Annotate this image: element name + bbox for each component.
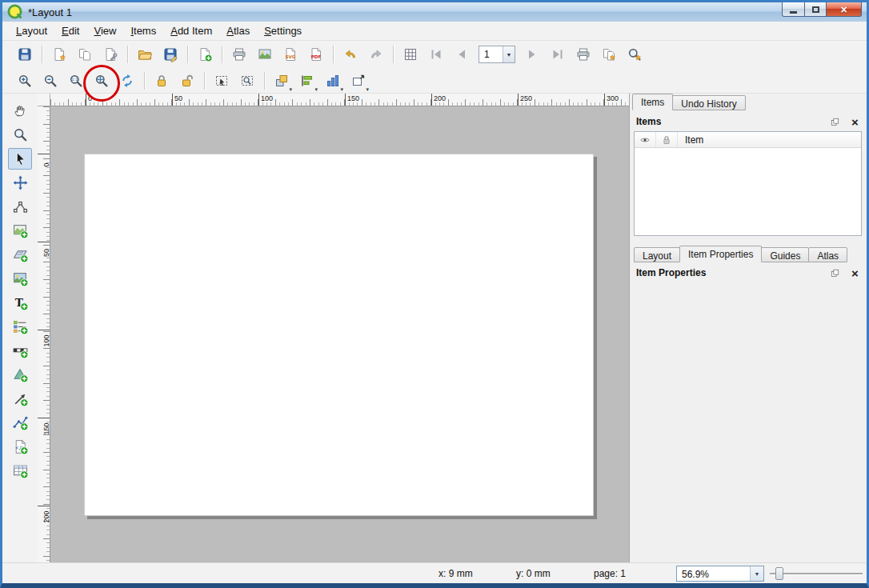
items-list[interactable]: Item xyxy=(634,131,862,236)
add-picture-tool[interactable] xyxy=(8,268,32,290)
add-shape-tool[interactable] xyxy=(8,364,32,386)
add-arrow-tool[interactable] xyxy=(8,388,32,410)
export-atlas-button[interactable] xyxy=(598,43,620,66)
zoom-tool[interactable] xyxy=(8,124,32,146)
hand-icon xyxy=(12,102,29,119)
resize-selected-items-button[interactable]: ▾ xyxy=(347,70,370,92)
add-map-tool[interactable] xyxy=(8,220,32,242)
zoom-out-button[interactable] xyxy=(39,70,62,92)
select-all-items-button[interactable] xyxy=(210,70,233,92)
tab-layout[interactable]: Layout xyxy=(634,247,680,262)
print-atlas-button[interactable] xyxy=(572,43,595,66)
add-label-tool[interactable]: T xyxy=(8,292,32,314)
atlas-settings-button[interactable] xyxy=(623,43,646,66)
menu-items[interactable]: Items xyxy=(123,22,163,39)
preview-atlas-button[interactable] xyxy=(399,43,422,66)
edit-nodes-item-tool[interactable] xyxy=(8,196,32,218)
close-panel-icon[interactable]: × xyxy=(850,268,860,278)
menu-settings[interactable]: Settings xyxy=(257,22,309,39)
atlas-page-spinbox-value: 1 xyxy=(479,46,503,62)
select-move-item-tool[interactable] xyxy=(8,148,32,170)
raise-selected-items-button[interactable]: ▾ xyxy=(270,70,293,92)
menu-view[interactable]: View xyxy=(86,22,123,39)
zoom-full-button[interactable] xyxy=(90,70,113,92)
horizontal-ruler[interactable]: 050100150200250300 xyxy=(50,94,629,106)
zoom-in-button[interactable] xyxy=(14,70,36,92)
align-selected-items-button[interactable]: ▾ xyxy=(296,70,318,92)
add-scale-bar-tool[interactable] xyxy=(8,340,32,362)
export-as-image-button[interactable] xyxy=(254,43,276,66)
undo-button[interactable] xyxy=(339,43,362,66)
export-as-pdf-button[interactable]: PDF xyxy=(305,43,327,66)
close-button[interactable]: × xyxy=(826,2,862,17)
menu-atlas[interactable]: Atlas xyxy=(219,22,257,39)
tab-atlas[interactable]: Atlas xyxy=(808,247,847,262)
previous-feature-button[interactable] xyxy=(451,43,473,66)
add-pages-button[interactable] xyxy=(194,43,216,66)
refresh-view-button[interactable] xyxy=(116,70,138,92)
save-project-button[interactable] xyxy=(14,43,36,66)
duplicate-layout-button[interactable] xyxy=(74,43,96,66)
redo-button[interactable] xyxy=(365,43,387,66)
zoom-actual-size-button[interactable]: 1:1 xyxy=(65,70,87,92)
print-layout-button[interactable] xyxy=(228,43,250,66)
item-properties-panel-buttons: × xyxy=(830,268,860,278)
zoom-slider[interactable] xyxy=(770,566,863,582)
lock-icon xyxy=(661,134,672,146)
tab-items[interactable]: Items xyxy=(632,94,673,110)
minimize-button[interactable] xyxy=(782,2,805,17)
tab-item-properties[interactable]: Item Properties xyxy=(679,246,762,262)
map-plus-icon xyxy=(12,222,29,239)
edit-nodes-icon xyxy=(12,198,29,215)
new-layout-button[interactable] xyxy=(48,43,70,66)
toolbar-separator xyxy=(204,72,205,90)
svg-file-icon: SVG xyxy=(282,46,298,62)
next-feature-button[interactable] xyxy=(521,43,543,66)
deselect-all-items-button[interactable] xyxy=(236,70,258,92)
tab-guides[interactable]: Guides xyxy=(761,247,809,262)
unlock-all-items-button[interactable] xyxy=(176,70,198,92)
zoom-actual-icon: 1:1 xyxy=(68,73,84,89)
lock-selected-items-button[interactable] xyxy=(150,70,173,92)
title-bar[interactable]: *Layout 1 xyxy=(2,2,867,22)
ruler-tick xyxy=(258,94,259,106)
add-items-from-template-button[interactable] xyxy=(134,43,156,66)
add-node-item-tool[interactable] xyxy=(8,412,32,434)
add-attribute-table-tool[interactable] xyxy=(8,460,32,482)
layout-manager-button[interactable] xyxy=(99,43,122,66)
layout-page[interactable] xyxy=(84,154,594,516)
layout-canvas[interactable] xyxy=(50,106,629,562)
menu-add-item[interactable]: Add Item xyxy=(163,22,219,39)
save-as-template-button[interactable] xyxy=(159,43,182,66)
deselect-dashed-icon xyxy=(239,73,255,89)
move-content-icon xyxy=(12,174,29,191)
add-legend-tool[interactable] xyxy=(8,316,32,338)
chevron-down-icon[interactable]: ▼ xyxy=(503,46,515,62)
export-as-svg-button[interactable]: SVG xyxy=(279,43,302,66)
last-feature-button[interactable] xyxy=(547,43,569,66)
float-panel-icon[interactable] xyxy=(830,268,840,278)
ruler-tick xyxy=(86,94,86,106)
chevron-down-icon[interactable]: ▼ xyxy=(750,566,763,581)
add-3d-map-tool[interactable] xyxy=(8,244,32,266)
maximize-button[interactable] xyxy=(804,2,827,17)
lock-icon xyxy=(154,73,170,89)
move-item-content-tool[interactable] xyxy=(8,172,32,194)
ruler-label: 100 xyxy=(261,94,273,102)
menu-layout[interactable]: Layout xyxy=(9,22,54,39)
first-feature-button[interactable] xyxy=(425,43,447,66)
float-panel-icon[interactable] xyxy=(830,117,840,127)
vertical-ruler[interactable]: 050100150200 xyxy=(38,106,50,562)
pan-layout-tool[interactable] xyxy=(8,100,32,122)
zoom-level-combobox[interactable]: 56.9% ▼ xyxy=(676,566,764,582)
atlas-page-spinbox[interactable]: 1▼ xyxy=(479,46,515,63)
distribute-selected-items-button[interactable]: ▾ xyxy=(322,70,344,92)
zoom-slider-handle[interactable] xyxy=(775,567,783,580)
close-panel-icon[interactable]: × xyxy=(850,117,860,127)
add-html-frame-tool[interactable]: </> xyxy=(8,436,32,458)
menu-edit[interactable]: Edit xyxy=(54,22,86,39)
raise-icon xyxy=(274,73,290,89)
tab-undo-history[interactable]: Undo History xyxy=(672,95,745,110)
svg-text:1:1: 1:1 xyxy=(71,77,78,82)
floppy-pencil-icon xyxy=(162,46,178,62)
